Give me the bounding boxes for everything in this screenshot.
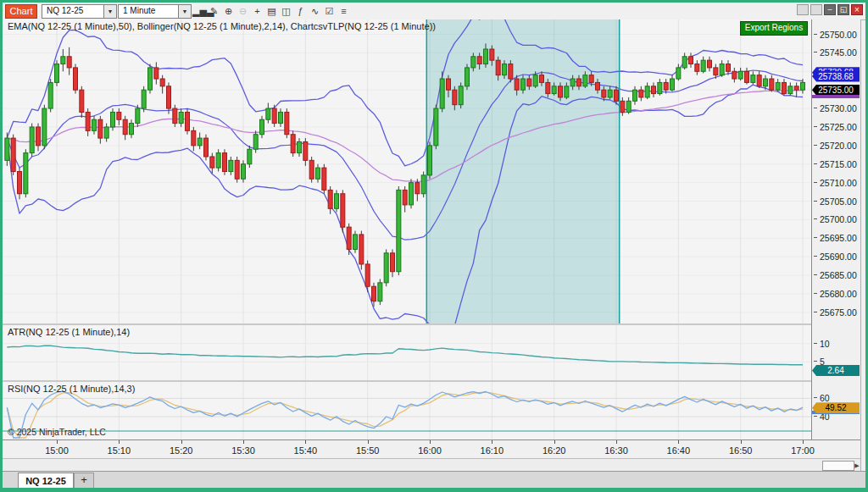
- toolbar: Chart NQ 12-25 ▼ 1 Minute ▼ ▂▅▃✎⊕⊖+▤◫ƒ∿☑…: [3, 3, 865, 20]
- panel-icon[interactable]: ◫: [279, 4, 293, 18]
- time-axis-label: 16:10: [473, 445, 510, 456]
- indicators-icon[interactable]: ƒ: [293, 4, 308, 18]
- time-axis-label: 16:20: [536, 445, 573, 456]
- time-tick: [492, 440, 492, 444]
- axis-tick-label: 25725.00: [814, 122, 860, 132]
- time-tick: [741, 440, 742, 444]
- horizontal-scrollbar[interactable]: ▶: [3, 458, 860, 471]
- chart-style-icon[interactable]: ▂▅▃: [192, 4, 207, 18]
- time-axis-label: 15:20: [163, 445, 200, 456]
- interval-dropdown[interactable]: 1 Minute ▼: [118, 4, 192, 19]
- time-axis-label: 15:40: [287, 445, 324, 456]
- chart-trader-icon[interactable]: ☑: [322, 4, 337, 18]
- axis-right-border: [860, 19, 861, 471]
- blank-button-1[interactable]: [797, 4, 809, 15]
- draw-icon[interactable]: ✎: [207, 4, 221, 18]
- axis-tick-label: 25675.00: [814, 307, 860, 318]
- window-controls: –◱×: [797, 4, 863, 15]
- chevron-down-icon[interactable]: ▼: [103, 5, 116, 18]
- time-axis[interactable]: 15:0015:1015:2015:3015:4015:5016:0016:10…: [3, 439, 860, 458]
- minimize-button[interactable]: –: [824, 4, 836, 15]
- time-axis-label: 17:00: [784, 445, 821, 456]
- atr-panel[interactable]: ATR(NQ 12-25 (1 Minute),14): [3, 325, 811, 380]
- time-tick: [305, 440, 306, 444]
- price-marker-bollinger-mid: 25738.68: [812, 71, 860, 82]
- axis-tick-label: 25695.00: [814, 233, 860, 243]
- time-tick: [57, 440, 58, 444]
- price-indicator-label[interactable]: EMA(NQ 12-25 (1 Minute),50), Bollinger(N…: [8, 21, 436, 31]
- time-tick: [181, 440, 182, 444]
- time-tick: [616, 440, 617, 444]
- axis-tick-label: 60: [814, 393, 860, 403]
- copyright-text: © 2025 NinjaTrader, LLC: [8, 427, 106, 437]
- rsi-value-marker: 49.52: [812, 402, 860, 413]
- axis-tick-label: 25690.00: [814, 252, 860, 262]
- price-chart-panel[interactable]: EMA(NQ 12-25 (1 Minute),50), Bollinger(N…: [3, 19, 811, 323]
- axis-tick-label: 25700.00: [814, 214, 860, 224]
- scrollbar-right-arrow[interactable]: ▶: [854, 462, 860, 469]
- crosshair-icon[interactable]: +: [250, 4, 264, 18]
- price-chart-canvas[interactable]: [3, 19, 811, 323]
- time-tick: [430, 440, 431, 444]
- chart-menu-button[interactable]: Chart: [5, 4, 37, 19]
- atr-indicator-label[interactable]: ATR(NQ 12-25 (1 Minute),14): [8, 327, 130, 337]
- rsi-indicator-label[interactable]: RSI(NQ 12-25 (1 Minute),14,3): [8, 384, 135, 394]
- axis-tick-label: 25745.00: [814, 47, 860, 58]
- axis-tick-label: 25715.00: [814, 159, 860, 169]
- zoom-in-icon[interactable]: ⊕: [221, 4, 236, 18]
- time-axis-label: 16:30: [598, 445, 635, 456]
- axis-tick-label: 25730.00: [814, 103, 860, 113]
- instrument-dropdown[interactable]: NQ 12-25 ▼: [42, 4, 117, 19]
- time-axis-label: 16:00: [411, 445, 448, 456]
- data-series-icon[interactable]: ▤: [264, 4, 279, 18]
- time-axis-label: 16:40: [659, 445, 697, 456]
- time-tick: [803, 440, 804, 444]
- candlesticks: [5, 43, 805, 307]
- time-tick: [554, 440, 555, 444]
- ninjatrader-chart-window: Chart NQ 12-25 ▼ 1 Minute ▼ ▂▅▃✎⊕⊖+▤◫ƒ∿☑…: [0, 0, 868, 492]
- time-tick: [243, 440, 244, 444]
- axis-tick-label: 25720.00: [814, 141, 860, 151]
- time-axis-label: 15:50: [349, 445, 387, 456]
- atr-value-marker: 2.64: [812, 365, 860, 376]
- tab-bar: NQ 12-25 +: [3, 471, 865, 489]
- zoom-out-icon: ⊖: [236, 4, 250, 18]
- instrument-dropdown-value: NQ 12-25: [47, 6, 83, 15]
- tab-nq-12-25[interactable]: NQ 12-25: [18, 473, 74, 489]
- price-marker-ema: [812, 95, 860, 98]
- time-tick: [678, 440, 679, 444]
- toolbar-icons: ▂▅▃✎⊕⊖+▤◫ƒ∿☑≡: [192, 4, 351, 18]
- time-tick: [368, 440, 369, 444]
- restore-button[interactable]: ◱: [837, 4, 849, 15]
- time-axis-label: 15:00: [38, 445, 75, 456]
- highlight-region: [426, 19, 619, 323]
- axis-tick-label: 10: [814, 339, 860, 349]
- interval-dropdown-value: 1 Minute: [123, 6, 155, 15]
- time-tick: [119, 440, 120, 444]
- time-axis-label: 15:30: [225, 445, 262, 456]
- drawing-tools-icon[interactable]: ∿: [308, 4, 322, 18]
- export-regions-button[interactable]: Export Regions: [740, 21, 808, 36]
- properties-icon[interactable]: ≡: [337, 4, 351, 18]
- time-axis-label: 16:50: [722, 445, 760, 456]
- price-axis[interactable]: 25750.0025745.0025740.0025735.0025730.00…: [811, 19, 860, 439]
- axis-tick-label: 25710.00: [814, 178, 860, 188]
- add-tab-button[interactable]: +: [74, 473, 94, 489]
- close-button[interactable]: ×: [851, 4, 863, 15]
- blank-button-2[interactable]: [810, 4, 822, 15]
- axis-tick-label: 25750.00: [814, 30, 860, 40]
- axis-tick-label: 25680.00: [814, 289, 860, 299]
- scrollbar-thumb[interactable]: [822, 461, 854, 471]
- time-axis-label: 15:10: [100, 445, 137, 456]
- price-marker-last-price: 25735.00: [812, 85, 860, 96]
- axis-tick-label: 25685.00: [814, 270, 860, 280]
- rsi-panel[interactable]: RSI(NQ 12-25 (1 Minute),14,3) © 2025 Nin…: [3, 382, 811, 439]
- axis-tick-label: 25705.00: [814, 196, 860, 207]
- chevron-down-icon[interactable]: ▼: [178, 5, 191, 18]
